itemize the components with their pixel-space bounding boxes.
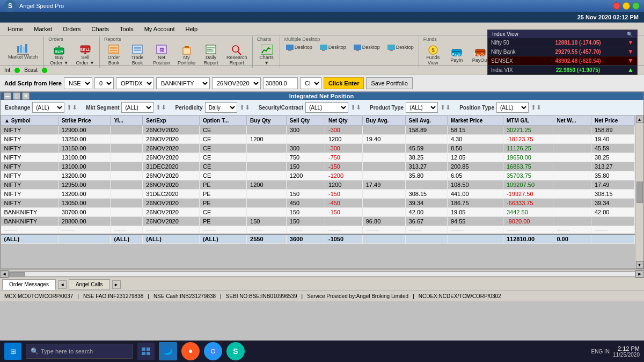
panel-title: Integrated Net Position — [289, 93, 354, 99]
table-cell: PE — [199, 180, 246, 190]
minimize-btn[interactable] — [623, 2, 630, 10]
menu-tools[interactable]: Tools — [114, 25, 139, 33]
table-cell: 19.05 — [447, 208, 503, 217]
scroll-up-btn[interactable]: ▲ — [636, 115, 643, 123]
filter-mkt-select[interactable]: (ALL) — [121, 102, 153, 113]
filter-product-select[interactable]: (ALL) — [406, 102, 438, 113]
menu-charts[interactable]: Charts — [86, 25, 114, 33]
col-mtm-gl[interactable]: MTM G/L — [503, 116, 553, 126]
table-cell: NIFTY — [1, 144, 58, 153]
table-cell: 19.40 — [591, 135, 634, 144]
taskbar-edge-icon[interactable] — [159, 342, 177, 360]
tab-order-messages[interactable]: Order Messages — [2, 279, 56, 290]
sell-order-button[interactable]: SELL SellOrder ▼ — [72, 43, 98, 68]
my-portfolio-button[interactable]: MyPortfolio — [174, 43, 199, 68]
charts-label: Charts▼ — [259, 55, 274, 66]
strike-input[interactable] — [263, 77, 298, 89]
table-cell: 1200 — [286, 171, 325, 180]
buy-order-button[interactable]: BUY BuyOrder ▼ — [46, 43, 72, 68]
table-cell: 158.89 — [405, 126, 447, 135]
funds-view-button[interactable]: $ FundsView — [421, 43, 445, 68]
table-row: NIFTY13100.0026NOV2020CE750-75038.2512.0… — [1, 153, 635, 162]
table-cell: 313.27 — [405, 162, 447, 171]
table-cell: 308.15 — [405, 190, 447, 199]
start-button[interactable]: ⊞ — [4, 343, 21, 360]
col-buy-qty[interactable]: Buy Qty — [247, 116, 287, 126]
col-sell-qty[interactable]: Sell Qty — [286, 116, 325, 126]
status-mcx: MCX:MCX/TCM/CORP/0037 — [4, 293, 73, 299]
hscroll-right-btn[interactable]: ► — [635, 270, 644, 278]
table-cell — [286, 135, 325, 144]
col-ser-exp[interactable]: Ser/Exp — [143, 116, 200, 126]
order-book-label: OrderBook — [108, 55, 120, 66]
title-bar-left: S Angel Speed Pro — [4, 0, 64, 12]
col-net-qty[interactable]: Net Qty — [325, 116, 362, 126]
col-sell-avg[interactable]: Sell Avg. — [405, 116, 447, 126]
filter-period-select[interactable]: Daily — [205, 102, 237, 113]
payin-button[interactable]: PayIn PayIn — [445, 43, 469, 68]
taskview-icon — [142, 347, 150, 355]
taskbar-chrome-icon[interactable] — [204, 342, 222, 360]
table-cell — [362, 162, 405, 171]
hscroll-left-btn[interactable]: ◄ — [0, 270, 9, 278]
table-cell: 26NOV2020 — [143, 217, 200, 226]
symbol-dropdown[interactable]: BANKNIFTY — [156, 77, 210, 89]
data-table-container: ▲ ▼ ▲ Symbol Strike Price Yi... Ser/Exp … — [1, 115, 643, 269]
menu-home[interactable]: Home — [2, 25, 28, 33]
panel-close-btn[interactable]: ✕ — [22, 92, 30, 100]
value1-dropdown[interactable]: 0 — [94, 77, 114, 89]
net-position-button[interactable]: ⚖ NetPosition — [149, 43, 174, 68]
col-net-price[interactable]: Net Price — [591, 116, 634, 126]
instrument-dropdown[interactable]: OPTIDX — [116, 77, 154, 89]
desktop3-icon — [354, 45, 361, 51]
search-bar[interactable]: 🔍 Type here to search — [26, 344, 133, 359]
menu-help[interactable]: Help — [180, 25, 203, 33]
tab-scroll-left[interactable]: ◄ — [58, 280, 67, 289]
hscroll-thumb[interactable] — [9, 272, 25, 277]
svg-text:SELL: SELL — [80, 47, 91, 52]
option-type-dropdown[interactable]: CE — [300, 77, 321, 89]
tab-angel-calls[interactable]: Angel Calls — [69, 279, 110, 290]
desktop2-button[interactable]: Desktop — [316, 43, 350, 53]
filter-position-select[interactable]: (ALL) — [496, 102, 529, 113]
market-watch-button[interactable]: Market Watch — [4, 42, 41, 62]
maximize-btn[interactable] — [632, 2, 640, 10]
taskview-btn[interactable] — [137, 343, 155, 360]
col-strike[interactable]: Strike Price — [58, 116, 111, 126]
desktop4-button[interactable]: Desktop — [384, 43, 418, 53]
daily-report-button[interactable]: DailyReport — [199, 43, 223, 68]
charts-button[interactable]: Charts▼ — [255, 43, 279, 68]
taskbar-app1-icon[interactable]: S — [226, 342, 245, 360]
taskbar-browser-icon[interactable] — [181, 342, 200, 360]
filter-security-select[interactable]: (ALL) — [305, 102, 348, 113]
expiry-dropdown[interactable]: 26NOV2020 — [212, 77, 261, 89]
col-mkt-price[interactable]: Market Price — [447, 116, 503, 126]
col-yi[interactable]: Yi... — [111, 116, 143, 126]
col-net-w[interactable]: Net W... — [553, 116, 591, 126]
col-symbol[interactable]: ▲ Symbol — [1, 116, 58, 126]
panel-restore-btn[interactable]: □ — [13, 92, 20, 100]
panel-minimize-btn[interactable]: — — [4, 92, 11, 100]
order-book-button[interactable]: OrderBook — [102, 43, 126, 68]
research-report-button[interactable]: ResearchReport — [223, 43, 251, 68]
click-enter-button[interactable]: Click Enter — [324, 77, 364, 89]
save-portfolio-button[interactable]: Save Portfolio — [366, 77, 412, 89]
desktop3-button[interactable]: Desktop — [350, 43, 384, 53]
trade-book-button[interactable]: TradeBook — [126, 43, 149, 68]
filter-exchange-select[interactable]: (ALL) — [32, 102, 64, 113]
table-cell: -450 — [325, 199, 362, 208]
menu-myaccount[interactable]: My Account — [139, 25, 180, 33]
exchange-dropdown[interactable]: NSE — [64, 77, 92, 89]
menu-market[interactable]: Market — [28, 25, 57, 33]
scroll-thumb-btn[interactable] — [636, 182, 643, 203]
tab-scroll-right[interactable]: ► — [112, 280, 121, 289]
close-btn[interactable] — [613, 2, 620, 10]
table-cell: 38.25 — [405, 153, 447, 162]
scroll-down-btn[interactable]: ▼ — [636, 261, 643, 269]
col-buy-avg[interactable]: Buy Avg. — [362, 116, 405, 126]
taskbar-time: 2:12 PM — [618, 345, 640, 352]
desktop1-button[interactable]: Desktop — [282, 43, 316, 53]
menu-orders[interactable]: Orders — [57, 25, 86, 33]
index-row-indiavix: India VIX 22.9650 (+1.9075) ▲ — [488, 66, 637, 75]
col-option[interactable]: Option T... — [199, 116, 246, 126]
